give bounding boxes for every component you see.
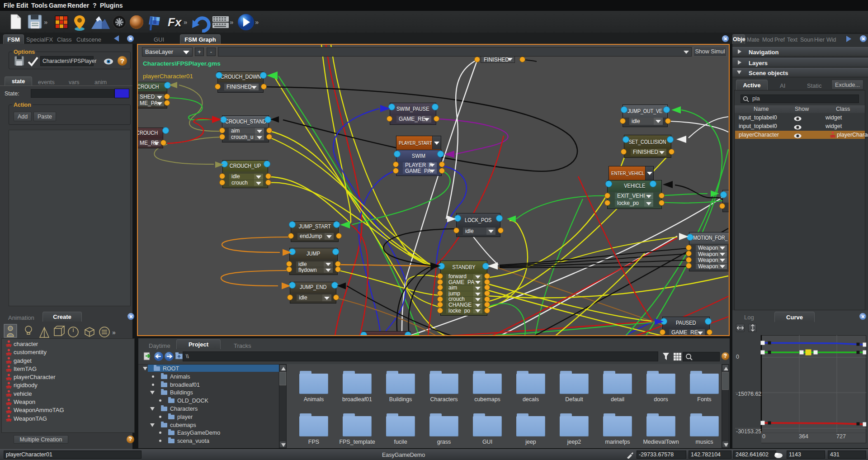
svg-text:»: »	[184, 18, 187, 26]
svg-text:»: »	[255, 18, 259, 26]
svg-text:»: »	[44, 18, 47, 26]
svg-text:»: »	[112, 329, 116, 336]
svg-text:Fx: Fx	[168, 15, 182, 29]
svg-text:»: »	[230, 18, 233, 26]
